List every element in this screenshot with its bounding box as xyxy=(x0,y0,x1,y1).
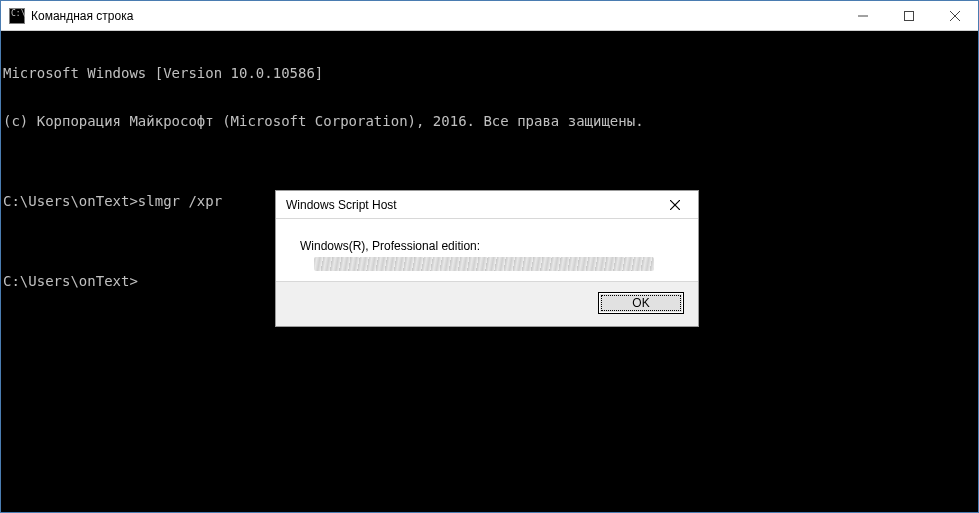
redacted-text xyxy=(314,257,654,271)
titlebar[interactable]: C:\ Командная строка xyxy=(1,1,978,31)
window-controls xyxy=(840,1,978,30)
console-line: (c) Корпорация Майкрософт (Microsoft Cor… xyxy=(3,113,976,129)
cursor xyxy=(138,275,146,289)
dialog-body: Windows(R), Professional edition: xyxy=(276,219,698,281)
svg-rect-1 xyxy=(905,11,914,20)
dialog-footer: OK xyxy=(276,281,698,326)
dialog-titlebar[interactable]: Windows Script Host xyxy=(276,191,698,219)
maximize-button[interactable] xyxy=(886,1,932,30)
script-host-dialog: Windows Script Host Windows(R), Professi… xyxy=(275,190,699,327)
dialog-close-button[interactable] xyxy=(660,191,690,218)
close-button[interactable] xyxy=(932,1,978,30)
cmd-icon: C:\ xyxy=(9,8,25,24)
dialog-message: Windows(R), Professional edition: xyxy=(300,239,678,253)
window-title: Командная строка xyxy=(31,9,840,23)
minimize-button[interactable] xyxy=(840,1,886,30)
ok-button[interactable]: OK xyxy=(598,292,684,314)
dialog-title: Windows Script Host xyxy=(286,198,660,212)
console-line: Microsoft Windows [Version 10.0.10586] xyxy=(3,65,976,81)
